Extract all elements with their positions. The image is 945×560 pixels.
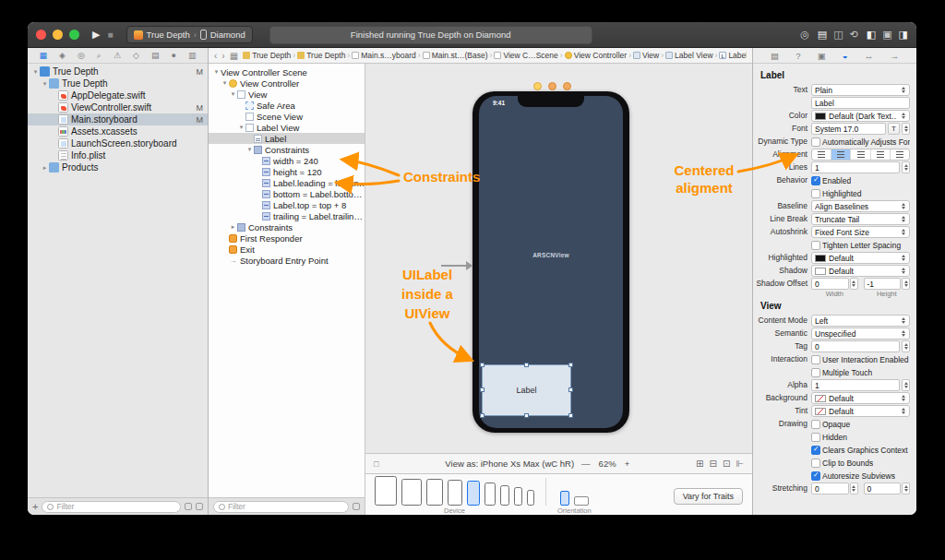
selection-handle[interactable] (480, 413, 484, 418)
navigator-item[interactable]: AppDelegate.swift (28, 89, 208, 101)
canvas-view[interactable]: 9:41 ARSCNView Label (365, 64, 752, 453)
stepper-control[interactable] (902, 123, 910, 135)
zoom-level[interactable]: 62% (599, 459, 616, 469)
stepper-control[interactable] (902, 278, 910, 290)
debug-area-toggle-icon[interactable]: ▣ (882, 29, 891, 41)
alignment-segment[interactable] (851, 149, 870, 160)
exit-dock-icon[interactable] (563, 82, 571, 90)
outline-toggle-icon[interactable] (353, 503, 360, 510)
inspector-tab-icon[interactable]: ? (795, 51, 800, 61)
device-1-icon[interactable] (401, 479, 422, 506)
outline-item[interactable]: ▾Label View (209, 122, 365, 133)
navigator-item[interactable]: LaunchScreen.storyboard (28, 137, 208, 149)
stepper-control[interactable] (902, 379, 910, 391)
minimize-window-button[interactable] (53, 30, 63, 40)
popup-button[interactable]: Default (811, 252, 910, 264)
popup-button[interactable]: Left (811, 315, 910, 327)
device-6-icon[interactable] (500, 485, 509, 506)
checkbox[interactable] (811, 446, 820, 455)
assistant-editor-icon[interactable]: ◫ (833, 29, 843, 41)
breadcrumb-item[interactable]: View (633, 51, 659, 60)
view-as-label[interactable]: View as: iPhone Xs Max (wC hR) (445, 459, 574, 469)
popup-button[interactable]: Unspecified (811, 328, 910, 340)
navigator-item[interactable]: ▾True DepthM (28, 66, 208, 77)
text-field[interactable]: -1 (864, 278, 902, 290)
checkbox[interactable] (811, 241, 820, 250)
device-7-icon[interactable] (514, 487, 522, 506)
selection-handle[interactable] (568, 413, 573, 418)
popup-button[interactable]: Truncate Tail (811, 213, 910, 225)
selection-handle[interactable] (568, 363, 573, 367)
disclosure-triangle[interactable]: ▸ (41, 164, 49, 172)
navigator-filter-input[interactable]: Filter (42, 501, 181, 513)
navigator-tab-icon[interactable]: ▦ (40, 51, 48, 60)
source-control-filter-icon[interactable] (196, 503, 203, 510)
portrait-orientation-icon[interactable] (560, 491, 569, 506)
layout-tool-icon[interactable]: ⊞ (696, 459, 703, 469)
outline-item[interactable]: ▾View Controller (209, 77, 365, 89)
outline-item[interactable]: bottom = Label.botto… (209, 188, 365, 199)
device-bezels-toggle-icon[interactable]: □ (374, 459, 378, 469)
text-field[interactable]: Label (811, 97, 910, 109)
alignment-segment[interactable] (831, 149, 851, 160)
scheme-selector[interactable]: True Depth › Diamond (126, 26, 253, 43)
disclosure-triangle[interactable]: ▾ (245, 146, 254, 153)
checkbox[interactable] (811, 433, 820, 442)
checkbox[interactable] (811, 459, 820, 468)
stepper-control[interactable] (902, 340, 910, 352)
breadcrumb-item[interactable]: Main.st…(Base) (423, 51, 488, 60)
add-button[interactable]: + (32, 502, 38, 511)
text-field[interactable]: 1 (811, 379, 900, 391)
breadcrumb-item[interactable]: View Controller (565, 51, 627, 60)
inspector-tab-icon[interactable]: ▤ (771, 51, 779, 61)
device-2-icon[interactable] (426, 479, 443, 506)
inspector-toggle-icon[interactable]: ◨ (899, 29, 908, 41)
outline-item[interactable]: trailing = Label.trailin… (209, 210, 365, 221)
checkbox[interactable] (811, 420, 820, 429)
checkbox[interactable] (811, 137, 820, 147)
outline-item[interactable]: ▾View (209, 89, 365, 100)
forward-button[interactable]: › (221, 51, 224, 61)
text-field[interactable]: 0 (864, 483, 902, 494)
navigator-tab-icon[interactable]: ◎ (78, 51, 85, 60)
navigator-item[interactable]: Info.plist (28, 149, 208, 161)
disclosure-triangle[interactable]: ▾ (237, 124, 245, 131)
device-0-icon[interactable] (375, 476, 397, 506)
outline-item[interactable]: ▾View Controller Scene (209, 66, 365, 77)
view-controller-view[interactable]: 9:41 ARSCNView Label (479, 96, 623, 428)
popup-button[interactable]: Default (Dark Text… (811, 110, 910, 122)
navigator-item[interactable]: Main.storyboardM (28, 113, 208, 125)
inspector-tab-icon[interactable]: → (890, 51, 899, 61)
zoom-in-button[interactable]: + (625, 459, 630, 469)
alignment-segment[interactable] (812, 149, 831, 160)
navigator-toggle-icon[interactable]: ◧ (867, 29, 876, 41)
alignment-segment[interactable] (871, 149, 891, 160)
selection-handle[interactable] (524, 363, 529, 367)
activity-icon[interactable]: ◎ (800, 29, 809, 41)
popup-button[interactable]: Plain (811, 84, 910, 96)
inspector-tab-icon[interactable]: ↔ (865, 51, 874, 61)
checkbox[interactable] (811, 368, 820, 377)
stepper-control[interactable] (902, 483, 910, 494)
navigator-item[interactable]: ▸Products (28, 161, 208, 173)
popup-button[interactable]: Default (811, 265, 910, 277)
selection-handle[interactable] (480, 363, 484, 367)
text-field[interactable]: 1 (811, 161, 900, 173)
disclosure-triangle[interactable]: ▾ (41, 80, 49, 88)
breadcrumb-item[interactable]: True Depth (243, 51, 291, 60)
navigator-tab-icon[interactable]: ⌕ (97, 51, 102, 61)
layout-tool-icon[interactable]: ⊡ (723, 459, 730, 469)
outline-item[interactable]: Label.leading = leadin… (209, 177, 365, 188)
first-responder-dock-icon[interactable] (548, 82, 556, 90)
standard-editor-icon[interactable]: ▤ (818, 29, 827, 41)
disclosure-triangle[interactable]: ▾ (229, 90, 237, 98)
outline-item[interactable]: Scene View (209, 111, 365, 122)
breadcrumb-item[interactable]: View C…Scene (494, 51, 557, 60)
outline-item[interactable]: →Storyboard Entry Point (209, 255, 365, 266)
device-3-icon[interactable] (448, 480, 462, 506)
checkbox[interactable] (811, 355, 820, 364)
layout-tool-icon[interactable]: ⊩ (736, 459, 744, 469)
popup-button[interactable]: Default (811, 405, 910, 417)
breadcrumb-item[interactable]: Main.s…yboard (352, 51, 416, 60)
stepper-control[interactable] (902, 161, 910, 173)
